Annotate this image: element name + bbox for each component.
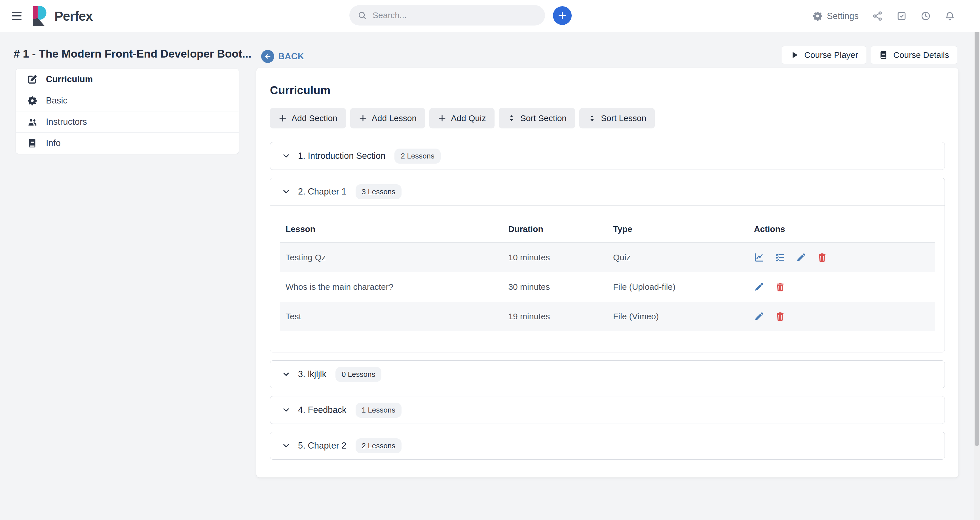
gear-icon xyxy=(27,95,37,106)
delete-action-button[interactable] xyxy=(775,282,785,292)
duration-cell: 19 minutes xyxy=(503,302,608,331)
section-header[interactable]: 2. Chapter 13 Lessons xyxy=(270,178,945,205)
sidebar-item-info[interactable]: Info xyxy=(16,133,239,154)
sidebar-item-label: Curriculum xyxy=(46,74,93,84)
column-header: Actions xyxy=(748,217,935,243)
chevron-down-icon[interactable] xyxy=(282,151,291,161)
lesson-count-badge: 2 Lessons xyxy=(356,438,402,453)
app-root: Perfex Settings xyxy=(0,0,980,520)
delete-action-button[interactable] xyxy=(775,311,785,321)
course-details-label: Course Details xyxy=(893,50,949,60)
section-box: 5. Chapter 22 Lessons xyxy=(270,432,945,460)
settings-menu[interactable]: Settings xyxy=(812,11,859,21)
lesson-count-badge: 3 Lessons xyxy=(356,184,402,199)
chip-label: Add Section xyxy=(291,113,337,123)
play-icon xyxy=(790,51,799,60)
lessons-table-wrap: LessonDurationTypeActionsTesting Qz10 mi… xyxy=(270,205,945,352)
row-actions xyxy=(754,282,929,292)
course-details-button[interactable]: Course Details xyxy=(871,46,957,64)
section-title: 2. Chapter 1 xyxy=(298,186,347,197)
sidebar-item-label: Instructors xyxy=(46,117,87,127)
table-row: Testing Qz10 minutesQuiz xyxy=(280,243,935,272)
clock-icon[interactable] xyxy=(920,11,931,21)
chip-label: Sort Lesson xyxy=(601,113,646,123)
book-icon xyxy=(879,51,888,60)
section-header[interactable]: 5. Chapter 22 Lessons xyxy=(270,432,945,459)
course-settings-sidebar: CurriculumBasicInstructorsInfo xyxy=(16,68,239,154)
lesson-cell: Test xyxy=(280,302,503,331)
course-player-label: Course Player xyxy=(804,50,858,60)
gear-icon xyxy=(812,11,823,21)
quick-add-button[interactable] xyxy=(553,6,572,25)
plus-icon xyxy=(438,114,446,122)
users-icon xyxy=(27,117,37,127)
edit-action-button[interactable] xyxy=(754,311,764,321)
edit-action-button[interactable] xyxy=(796,252,806,262)
lesson-count-badge: 0 Lessons xyxy=(336,367,382,382)
section-box: 1. Introduction Section2 Lessons xyxy=(270,142,945,170)
check-square-icon[interactable] xyxy=(896,11,907,21)
hamburger-menu-icon[interactable] xyxy=(12,12,22,20)
section-header[interactable]: 1. Introduction Section2 Lessons xyxy=(270,142,945,170)
delete-action-button[interactable] xyxy=(817,252,827,262)
section-box: 4. Feedback1 Lessons xyxy=(270,396,945,424)
topbar-right-icons: Settings xyxy=(812,0,955,32)
sidebar-item-label: Info xyxy=(46,138,61,148)
add-lesson-button[interactable]: Add Lesson xyxy=(350,108,425,129)
global-search xyxy=(349,5,545,25)
curriculum-toolbar: Add SectionAdd LessonAdd QuizSort Sectio… xyxy=(270,108,945,129)
settings-label: Settings xyxy=(827,11,859,21)
sidebar-item-basic[interactable]: Basic xyxy=(16,90,239,111)
search-input[interactable] xyxy=(372,10,537,21)
chevron-down-icon[interactable] xyxy=(282,441,291,450)
table-row: Test19 minutesFile (Vimeo) xyxy=(280,302,935,331)
course-player-button[interactable]: Course Player xyxy=(782,46,866,64)
chip-label: Add Lesson xyxy=(372,113,417,123)
chevron-down-icon[interactable] xyxy=(282,406,291,415)
duration-cell: 30 minutes xyxy=(503,272,608,302)
section-title: 5. Chapter 2 xyxy=(298,440,347,451)
type-cell: File (Vimeo) xyxy=(608,302,748,331)
checklist-action-button[interactable] xyxy=(775,252,785,262)
section-title: 3. lkjljlk xyxy=(298,369,326,379)
brand-logo: Perfex xyxy=(32,6,93,27)
back-button[interactable]: BACK xyxy=(261,50,304,63)
edit-action-button[interactable] xyxy=(754,282,764,292)
lesson-cell: Whos is the main character? xyxy=(280,272,503,302)
section-header[interactable]: 4. Feedback1 Lessons xyxy=(270,396,945,424)
actions-cell xyxy=(748,272,935,302)
scrollbar-thumb[interactable] xyxy=(975,8,979,446)
curriculum-sections: 1. Introduction Section2 Lessons2. Chapt… xyxy=(270,142,945,460)
curriculum-card: Curriculum Add SectionAdd LessonAdd Quiz… xyxy=(256,68,958,477)
sidebar-item-instructors[interactable]: Instructors xyxy=(16,111,239,133)
stats-action-button[interactable] xyxy=(754,252,764,262)
chevron-down-icon[interactable] xyxy=(282,187,291,196)
lesson-count-badge: 1 Lessons xyxy=(356,402,402,418)
type-cell: File (Upload-file) xyxy=(608,272,748,302)
chevron-down-icon[interactable] xyxy=(282,370,291,379)
scrollbar-track[interactable] xyxy=(974,0,980,520)
curriculum-heading: Curriculum xyxy=(270,84,945,97)
book-icon xyxy=(27,138,37,148)
add-quiz-button[interactable]: Add Quiz xyxy=(429,108,494,129)
share-icon[interactable] xyxy=(872,11,883,21)
type-cell: Quiz xyxy=(608,243,748,272)
row-actions xyxy=(754,311,929,321)
sidebar-item-curriculum[interactable]: Curriculum xyxy=(16,69,239,90)
row-actions xyxy=(754,252,929,262)
sort-section-button[interactable]: Sort Section xyxy=(499,108,575,129)
table-row: Whos is the main character?30 minutesFil… xyxy=(280,272,935,302)
search-icon xyxy=(357,11,367,20)
section-box: 3. lkjljlk0 Lessons xyxy=(270,360,945,388)
sort-lesson-button[interactable]: Sort Lesson xyxy=(579,108,655,129)
bell-icon[interactable] xyxy=(945,11,955,21)
actions-cell xyxy=(748,243,935,272)
sort-icon xyxy=(507,114,516,122)
sort-icon xyxy=(588,114,597,122)
table-header-row: LessonDurationTypeActions xyxy=(280,217,935,243)
section-title: 4. Feedback xyxy=(298,405,347,415)
plus-icon xyxy=(557,11,567,21)
add-section-button[interactable]: Add Section xyxy=(270,108,346,129)
section-header[interactable]: 3. lkjljlk0 Lessons xyxy=(270,361,945,388)
plus-icon xyxy=(359,114,367,122)
